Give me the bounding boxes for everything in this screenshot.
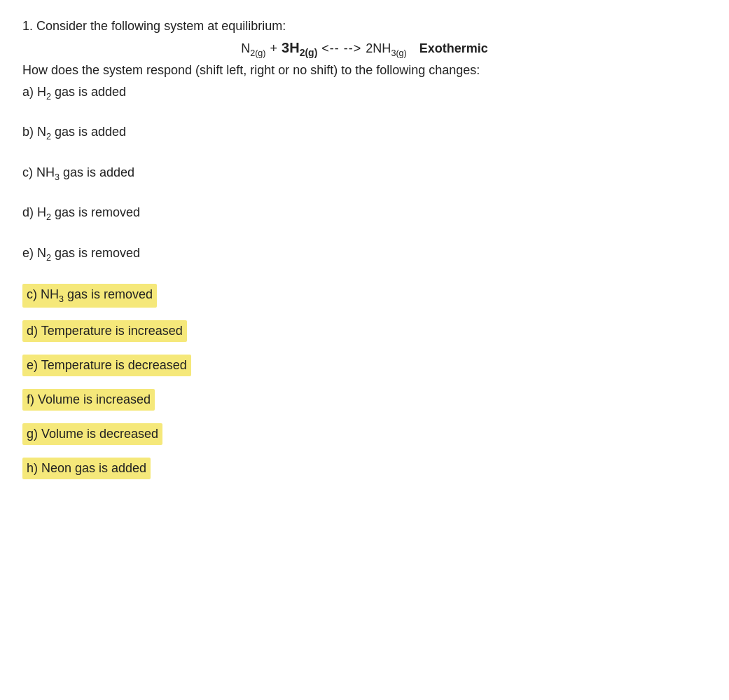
highlighted-item-d2: d) Temperature is increased bbox=[22, 320, 707, 349]
highlighted-item-c2: c) NH3 gas is removed bbox=[22, 284, 707, 314]
item-b: b) N2 gas is added bbox=[22, 123, 707, 143]
highlighted-label-e2: e) Temperature is decreased bbox=[22, 355, 191, 376]
highlighted-label-g: g) Volume is decreased bbox=[22, 423, 162, 445]
highlighted-item-h: h) Neon gas is added bbox=[22, 458, 707, 486]
item-a: a) H2 gas is added bbox=[22, 83, 707, 103]
highlighted-label-c2: c) NH3 gas is removed bbox=[22, 284, 157, 307]
highlighted-label-d2: d) Temperature is increased bbox=[22, 320, 187, 342]
question-container: 1. Consider the following system at equi… bbox=[22, 17, 707, 486]
how-does-text: How does the system respond (shift left,… bbox=[22, 61, 707, 80]
question-intro: 1. Consider the following system at equi… bbox=[22, 17, 707, 36]
item-d: d) H2 gas is removed bbox=[22, 203, 707, 224]
item-e: e) N2 gas is removed bbox=[22, 244, 707, 264]
exothermic-label: Exothermic bbox=[419, 41, 488, 56]
item-c: c) NH3 gas is added bbox=[22, 163, 707, 184]
product: 2NH3(g) bbox=[366, 41, 406, 58]
plus-sign: + bbox=[270, 41, 278, 56]
highlighted-label-h: h) Neon gas is added bbox=[22, 458, 151, 479]
arrows: <-- --> bbox=[321, 41, 361, 56]
reactant2: 3H2(g) bbox=[282, 40, 317, 58]
highlighted-label-f: f) Volume is increased bbox=[22, 389, 155, 411]
highlighted-item-e2: e) Temperature is decreased bbox=[22, 355, 707, 383]
highlighted-item-f: f) Volume is increased bbox=[22, 389, 707, 418]
intro-text: Consider the following system at equilib… bbox=[36, 19, 286, 33]
reactant1: N2(g) bbox=[241, 41, 265, 58]
highlighted-item-g: g) Volume is decreased bbox=[22, 423, 707, 452]
question-number: 1. bbox=[22, 19, 33, 33]
equation-line: N2(g) + 3H2(g) <-- --> 2NH3(g) Exothermi… bbox=[22, 40, 707, 58]
